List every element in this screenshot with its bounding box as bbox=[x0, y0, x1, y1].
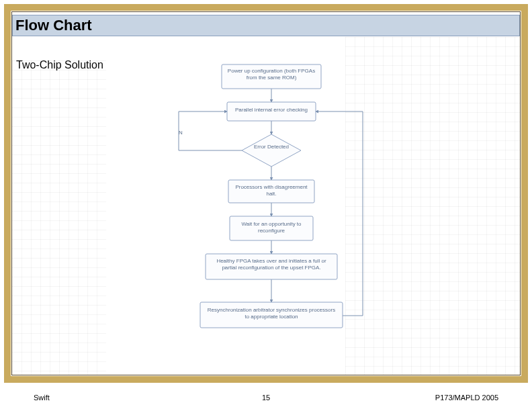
footer-left: Swift bbox=[34, 394, 50, 402]
grid-bg-left bbox=[12, 60, 106, 375]
flowchart-svg: N Power up configuration (both FPGAs fro… bbox=[164, 60, 379, 363]
title-bar: Flow Chart bbox=[12, 15, 520, 36]
footer-page-number: 15 bbox=[262, 394, 270, 402]
node-parallel-label: Parallel internal error checking bbox=[228, 103, 314, 117]
slide: Flow Chart Two-Chip Solution bbox=[0, 0, 532, 411]
node-resync-label: Resynchronization arbitrator synchronize… bbox=[202, 304, 341, 323]
node-error-label: Error Detected bbox=[245, 144, 298, 150]
node-takeover-label: Healthy FPGA takes over and initiates a … bbox=[207, 255, 336, 273]
node-powerup-label: Power up configuration (both FPGAs from … bbox=[223, 66, 320, 83]
subtitle: Two-Chip Solution bbox=[16, 59, 103, 71]
flowchart: N Power up configuration (both FPGAs fro… bbox=[164, 60, 379, 363]
edge-no-label: N bbox=[179, 130, 183, 136]
page-title: Flow Chart bbox=[15, 17, 92, 34]
node-halt-label: Processors with disagreement halt. bbox=[230, 181, 313, 199]
footer: Swift 15 P173/MAPLD 2005 bbox=[0, 391, 532, 404]
node-wait-label: Wait for an opportunity to reconfigure bbox=[231, 218, 312, 237]
footer-right: P173/MAPLD 2005 bbox=[435, 394, 498, 402]
